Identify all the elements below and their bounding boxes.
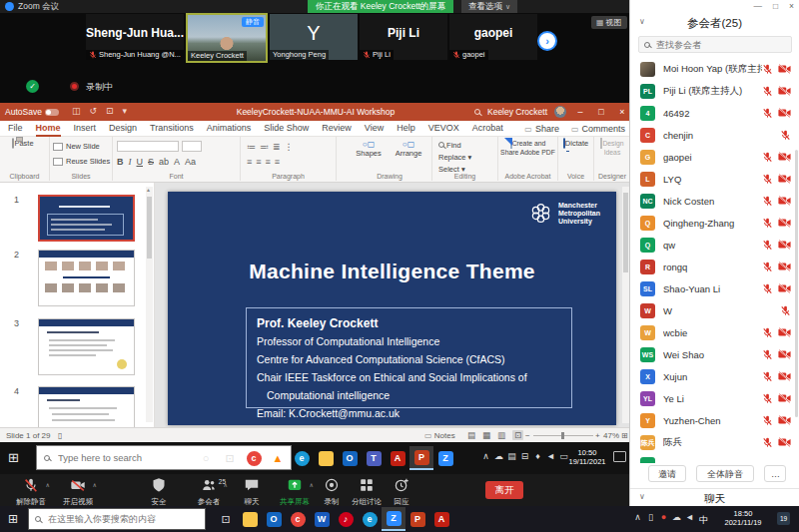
paste-button[interactable]: Paste bbox=[8, 139, 38, 148]
slide-thumbnail-4[interactable] bbox=[38, 386, 135, 427]
video-tile[interactable]: Piji Li Piji Li bbox=[360, 14, 447, 60]
participant-row[interactable]: PL Piji Li (联席主持人) bbox=[630, 80, 799, 102]
ribbon-tab[interactable]: File bbox=[8, 121, 23, 137]
maximize-button[interactable]: □ bbox=[773, 1, 778, 11]
participant-row[interactable]: W W bbox=[630, 299, 799, 321]
more-button[interactable]: … bbox=[764, 465, 786, 482]
cortana-icon[interactable]: ○ bbox=[194, 446, 218, 470]
list-format-icons[interactable]: ≔≕≣⋮ bbox=[247, 142, 298, 152]
powerpoint-icon[interactable]: P bbox=[409, 446, 433, 470]
dictate-button[interactable]: Dictate bbox=[560, 139, 591, 148]
participant-row[interactable]: 4 46492 bbox=[630, 102, 799, 124]
participant-row[interactable]: 陈兵 陈兵 bbox=[630, 431, 799, 453]
find-button[interactable]: Find bbox=[438, 141, 461, 150]
mic-tray-icon[interactable]: ▯ bbox=[646, 512, 655, 522]
accessibility-icon[interactable] bbox=[58, 431, 62, 440]
video-tile[interactable]: gaopei gaopei bbox=[449, 14, 537, 60]
start-button[interactable] bbox=[8, 512, 18, 526]
share-button[interactable]: Share bbox=[524, 124, 559, 134]
align-icons[interactable]: ≡≡≡≡ bbox=[247, 157, 284, 167]
slide-thumbnail-1[interactable] bbox=[38, 195, 135, 242]
participants-scrollbar[interactable] bbox=[794, 58, 799, 463]
unmute-button[interactable]: ∧ 解除静音 bbox=[6, 477, 56, 507]
font-format-button[interactable]: Aa bbox=[185, 157, 196, 167]
slide-thumbnail-2[interactable] bbox=[38, 250, 135, 306]
participant-row[interactable]: G gaopei bbox=[630, 146, 799, 168]
speaker-icon[interactable]: ◄ bbox=[685, 512, 694, 522]
reuse-slides-button[interactable]: Reuse Slides bbox=[53, 157, 110, 166]
account-name[interactable]: Keeley Crockett bbox=[487, 107, 547, 117]
font-size-box[interactable] bbox=[182, 141, 202, 152]
close-button[interactable]: × bbox=[789, 1, 794, 11]
ribbon-tab[interactable]: Review bbox=[322, 121, 352, 137]
participant-row[interactable]: Q Qingheng-Zhang bbox=[630, 212, 799, 234]
zoom-in-button[interactable]: + bbox=[595, 431, 600, 440]
taskbar-clock[interactable]: 10:50 19/11/2021 bbox=[565, 449, 609, 466]
zoom-icon[interactable]: Z bbox=[433, 446, 457, 470]
video-tile[interactable]: 静音 Keeley Crockett bbox=[186, 13, 268, 63]
participant-search[interactable] bbox=[638, 36, 792, 53]
shapes-button[interactable]: Shapes bbox=[352, 140, 386, 158]
zoom-icon[interactable]: Z bbox=[382, 507, 405, 531]
slide-thumbnail-3[interactable] bbox=[38, 318, 135, 375]
participant-row[interactable]: NC Nick Costen bbox=[630, 190, 799, 212]
font-name-box[interactable] bbox=[117, 141, 179, 152]
ribbon-tab[interactable]: Help bbox=[397, 121, 415, 137]
chevron-up-icon[interactable]: ∧ bbox=[93, 481, 97, 488]
font-format-button[interactable]: A bbox=[174, 157, 180, 167]
edge-icon[interactable]: e bbox=[358, 507, 382, 531]
font-format-button[interactable]: I bbox=[129, 157, 132, 167]
participant-row[interactable]: X Xujun bbox=[630, 365, 799, 387]
chrome-icon[interactable]: c bbox=[286, 507, 310, 531]
music-icon[interactable]: ♪ bbox=[334, 507, 358, 531]
taskbar-clock[interactable]: 18:50 2021/11/19 bbox=[717, 510, 769, 527]
view-options-button[interactable]: 查看选项∨ bbox=[461, 0, 517, 13]
zoom-percent[interactable]: 47% bbox=[603, 431, 619, 440]
leave-meeting-button[interactable]: 离开 bbox=[485, 481, 523, 499]
onedrive-icon[interactable]: ☁ bbox=[672, 512, 681, 522]
search-input[interactable] bbox=[46, 513, 199, 525]
outlook-icon[interactable]: O bbox=[262, 507, 286, 531]
ribbon-tab[interactable]: Design bbox=[109, 121, 137, 137]
task-view-icon[interactable]: ⊡ bbox=[218, 446, 242, 470]
participant-row[interactable]: Moi Hoon Yap (联席主持人) bbox=[630, 58, 799, 80]
task-view-icon[interactable]: ⊡ bbox=[214, 507, 238, 531]
file-explorer-icon[interactable] bbox=[238, 507, 262, 531]
panel-collapse-icon[interactable]: ∨ bbox=[639, 17, 645, 26]
ribbon-tab[interactable]: Animations bbox=[207, 121, 252, 137]
speaker-icon[interactable]: ◄ bbox=[546, 451, 555, 461]
zoom-slider[interactable] bbox=[533, 435, 593, 436]
font-format-button[interactable]: ab bbox=[159, 157, 169, 167]
close-button[interactable]: × bbox=[615, 107, 629, 117]
chevron-up-icon[interactable]: ∧ bbox=[46, 481, 50, 488]
font-format-button[interactable]: U bbox=[137, 157, 144, 167]
participant-row[interactable] bbox=[630, 453, 799, 463]
thumbnail-scrollbar[interactable] bbox=[146, 187, 153, 422]
acrobat-icon[interactable]: A bbox=[386, 446, 409, 470]
zoom-out-button[interactable]: − bbox=[525, 431, 530, 440]
minimize-button[interactable]: — bbox=[753, 1, 762, 11]
view-switcher[interactable]: ▤▦▥⊡ bbox=[467, 430, 523, 440]
participant-row[interactable]: L LYQ bbox=[630, 168, 799, 190]
chrome-icon[interactable]: c bbox=[242, 446, 266, 470]
notification-center-icon[interactable] bbox=[613, 451, 626, 462]
teams-icon[interactable]: T bbox=[362, 446, 386, 470]
participant-row[interactable]: R rongq bbox=[630, 256, 799, 277]
meeting-secure-icon[interactable] bbox=[26, 80, 39, 93]
video-tile[interactable]: Y Yonghong Peng bbox=[270, 14, 358, 60]
ribbon-tab[interactable]: Transitions bbox=[150, 121, 194, 137]
window-icon[interactable]: ⊟ bbox=[520, 451, 529, 461]
create-pdf-button[interactable]: Create and Share Adobe PDF bbox=[500, 139, 555, 157]
canvas-scrollbar[interactable] bbox=[622, 187, 629, 423]
participant-search-input[interactable] bbox=[654, 39, 786, 51]
font-format-button[interactable]: B bbox=[117, 157, 124, 167]
view-layout-button[interactable]: 视图 bbox=[591, 16, 627, 29]
edge-icon[interactable]: e bbox=[290, 446, 314, 470]
date-badge[interactable]: 19 bbox=[777, 512, 790, 525]
chevron-up-icon[interactable]: ∧ bbox=[633, 512, 642, 522]
new-slide-button[interactable]: New Slide bbox=[53, 142, 100, 151]
mute-all-button[interactable]: 全体静音 bbox=[696, 465, 754, 482]
comments-button[interactable]: Comments bbox=[571, 124, 625, 134]
ime-indicator[interactable]: 中 bbox=[699, 514, 708, 527]
next-videos-button[interactable]: › bbox=[537, 31, 557, 51]
